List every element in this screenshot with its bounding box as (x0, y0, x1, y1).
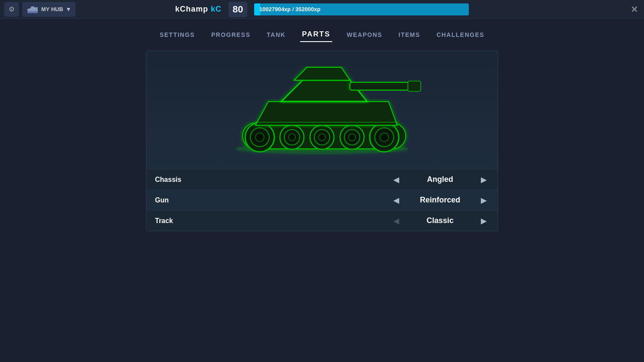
track-value: Classic (410, 216, 470, 225)
svg-rect-27 (350, 82, 414, 90)
svg-point-5 (33, 11, 35, 13)
chassis-next-button[interactable]: ▶ (479, 175, 489, 185)
tab-weapons[interactable]: WEAPONS (345, 29, 384, 41)
part-name-gun: Gun (155, 196, 391, 204)
tab-challenges[interactable]: CHALLENGES (435, 29, 486, 41)
topbar: ⚙ MY HUB ▼ kChamp kC 80 10027904xp / 352… (0, 0, 644, 19)
tab-parts[interactable]: PARTS (300, 27, 332, 42)
svg-point-20 (349, 134, 355, 141)
hub-label: MY HUB (41, 6, 63, 12)
tank-icon (27, 6, 39, 13)
gear-button[interactable]: ⚙ (4, 2, 19, 17)
my-hub-button[interactable]: MY HUB ▼ (22, 2, 76, 17)
nav-tabs: SETTINGS PROGRESS TANK PARTS WEAPONS ITE… (158, 27, 486, 42)
tab-settings[interactable]: SETTINGS (158, 29, 197, 41)
svg-rect-28 (408, 81, 421, 91)
parts-table: Chassis ◀ Angled ▶ Gun ◀ Reinforced ▶ Tr… (146, 169, 498, 231)
svg-point-14 (289, 134, 295, 141)
table-row: Chassis ◀ Angled ▶ (146, 169, 498, 190)
tab-tank[interactable]: TANK (265, 29, 287, 41)
tab-progress[interactable]: PROGRESS (210, 29, 252, 41)
gear-icon: ⚙ (9, 5, 15, 13)
tank-display (146, 51, 498, 169)
main-content: SETTINGS PROGRESS TANK PARTS WEAPONS ITE… (0, 19, 644, 231)
tank-image (217, 59, 427, 162)
dropdown-icon: ▼ (66, 6, 71, 12)
gun-next-button[interactable]: ▶ (479, 195, 489, 205)
gun-prev-button[interactable]: ◀ (391, 195, 401, 205)
svg-point-17 (319, 134, 325, 141)
track-controls: ◀ Classic ▶ (391, 216, 489, 226)
svg-marker-26 (294, 67, 350, 80)
svg-point-6 (35, 11, 38, 13)
level-badge: 80 (228, 2, 247, 17)
chassis-value: Angled (410, 175, 470, 184)
track-next-button[interactable]: ▶ (479, 216, 489, 226)
parts-panel: Chassis ◀ Angled ▶ Gun ◀ Reinforced ▶ Tr… (146, 51, 498, 231)
svg-point-4 (30, 11, 33, 13)
svg-point-3 (27, 11, 30, 13)
xp-bar: 10027904xp / 352000xp (254, 3, 469, 15)
gun-value: Reinforced (410, 196, 470, 205)
center-area: kChamp kC 80 10027904xp / 352000xp (175, 2, 469, 17)
username-display: kChamp kC (175, 5, 222, 14)
part-name-chassis: Chassis (155, 176, 391, 184)
svg-point-11 (255, 133, 264, 142)
table-row: Track ◀ Classic ▶ (146, 210, 498, 231)
xp-text: 10027904xp / 352000xp (259, 6, 320, 12)
chassis-prev-button[interactable]: ◀ (391, 175, 401, 185)
close-button[interactable]: ✕ (631, 4, 638, 15)
svg-point-23 (380, 133, 389, 142)
svg-marker-24 (255, 102, 397, 125)
track-prev-button[interactable]: ◀ (391, 216, 401, 226)
gun-controls: ◀ Reinforced ▶ (391, 195, 489, 205)
svg-rect-2 (33, 7, 38, 9)
topbar-left: ⚙ MY HUB ▼ (0, 2, 76, 17)
chassis-controls: ◀ Angled ▶ (391, 175, 489, 185)
part-name-track: Track (155, 217, 391, 225)
tab-items[interactable]: ITEMS (397, 29, 422, 41)
table-row: Gun ◀ Reinforced ▶ (146, 190, 498, 210)
